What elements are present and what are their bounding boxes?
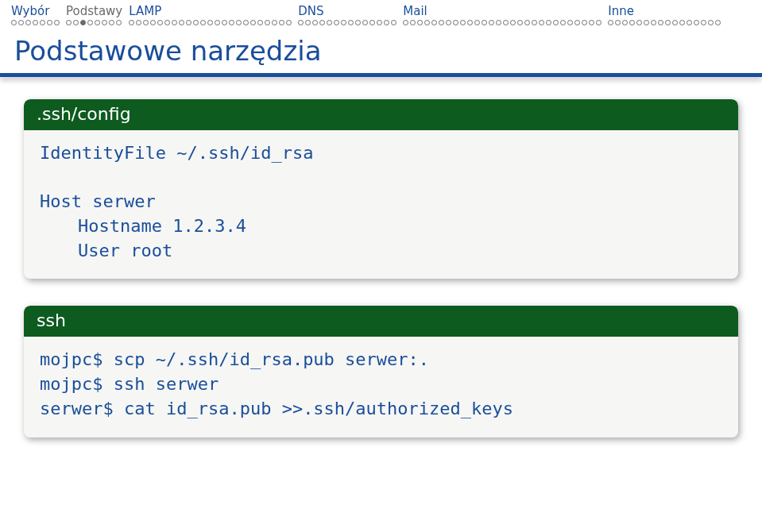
- progress-dot[interactable]: [651, 20, 656, 25]
- progress-dot[interactable]: [403, 20, 408, 25]
- progress-dot[interactable]: [622, 20, 628, 25]
- progress-dot[interactable]: [102, 20, 107, 25]
- progress-dot[interactable]: [33, 20, 38, 25]
- progress-dot[interactable]: [319, 20, 325, 25]
- progress-dot[interactable]: [574, 20, 580, 25]
- progress-dot[interactable]: [150, 20, 156, 25]
- progress-dot[interactable]: [417, 20, 423, 25]
- progress-dot[interactable]: [179, 20, 184, 25]
- nav-label[interactable]: DNS: [295, 3, 327, 18]
- progress-dot[interactable]: [355, 20, 361, 25]
- nav-section-wybór[interactable]: Wybór: [8, 3, 63, 29]
- progress-dot[interactable]: [377, 20, 382, 25]
- progress-dot[interactable]: [517, 20, 523, 25]
- progress-dot[interactable]: [446, 20, 451, 25]
- progress-dot[interactable]: [467, 20, 473, 25]
- progress-dot[interactable]: [496, 20, 501, 25]
- progress-dot[interactable]: [453, 20, 458, 25]
- progress-dot[interactable]: [222, 20, 227, 25]
- progress-dot[interactable]: [164, 20, 170, 25]
- progress-dot[interactable]: [474, 20, 480, 25]
- progress-dot[interactable]: [672, 20, 678, 25]
- progress-dot[interactable]: [116, 20, 122, 25]
- progress-dot[interactable]: [109, 20, 114, 25]
- progress-dot[interactable]: [334, 20, 339, 25]
- progress-dot[interactable]: [129, 20, 134, 25]
- nav-label[interactable]: LAMP: [126, 3, 164, 18]
- progress-dot[interactable]: [482, 20, 487, 25]
- progress-dot[interactable]: [582, 20, 587, 25]
- nav-label[interactable]: Podstawy: [63, 3, 126, 18]
- progress-dot[interactable]: [54, 20, 60, 25]
- progress-dot[interactable]: [503, 20, 509, 25]
- nav-label[interactable]: Wybór: [8, 3, 52, 18]
- nav-label[interactable]: Mail: [400, 3, 430, 18]
- nav-section-lamp[interactable]: LAMP: [126, 3, 295, 29]
- progress-dot[interactable]: [272, 20, 277, 25]
- progress-dot[interactable]: [18, 20, 24, 25]
- progress-dot[interactable]: [279, 20, 284, 25]
- progress-dot[interactable]: [243, 20, 249, 25]
- progress-dot[interactable]: [424, 20, 430, 25]
- progress-dot[interactable]: [460, 20, 466, 25]
- progress-dot[interactable]: [694, 20, 699, 25]
- progress-dot[interactable]: [567, 20, 573, 25]
- progress-dot[interactable]: [553, 20, 559, 25]
- progress-dot[interactable]: [80, 20, 86, 25]
- progress-dot[interactable]: [589, 20, 594, 25]
- progress-dot[interactable]: [136, 20, 141, 25]
- progress-dot[interactable]: [286, 20, 292, 25]
- progress-dot[interactable]: [265, 20, 270, 25]
- progress-dot[interactable]: [95, 20, 100, 25]
- progress-dot[interactable]: [341, 20, 346, 25]
- progress-dot[interactable]: [25, 20, 31, 25]
- progress-dot[interactable]: [701, 20, 706, 25]
- progress-dot[interactable]: [658, 20, 663, 25]
- progress-dot[interactable]: [298, 20, 304, 25]
- progress-dot[interactable]: [369, 20, 375, 25]
- progress-dot[interactable]: [708, 20, 714, 25]
- progress-dot[interactable]: [66, 20, 72, 25]
- nav-section-podstawy[interactable]: Podstawy: [63, 3, 126, 29]
- progress-dot[interactable]: [524, 20, 530, 25]
- progress-dot[interactable]: [560, 20, 566, 25]
- progress-dot[interactable]: [532, 20, 537, 25]
- progress-dot[interactable]: [489, 20, 494, 25]
- progress-dot[interactable]: [157, 20, 163, 25]
- progress-dot[interactable]: [143, 20, 149, 25]
- progress-dot[interactable]: [546, 20, 551, 25]
- progress-dot[interactable]: [362, 20, 368, 25]
- progress-dot[interactable]: [510, 20, 516, 25]
- progress-dot[interactable]: [312, 20, 318, 25]
- nav-section-dns[interactable]: DNS: [295, 3, 400, 29]
- progress-dot[interactable]: [236, 20, 242, 25]
- nav-label[interactable]: Inne: [605, 3, 637, 18]
- progress-dot[interactable]: [384, 20, 389, 25]
- progress-dot[interactable]: [11, 20, 17, 25]
- progress-dot[interactable]: [305, 20, 311, 25]
- progress-dot[interactable]: [229, 20, 234, 25]
- progress-dot[interactable]: [431, 20, 437, 25]
- progress-dot[interactable]: [172, 20, 177, 25]
- progress-dot[interactable]: [665, 20, 671, 25]
- nav-section-mail[interactable]: Mail: [400, 3, 605, 29]
- progress-dot[interactable]: [439, 20, 444, 25]
- progress-dot[interactable]: [644, 20, 649, 25]
- progress-dot[interactable]: [679, 20, 685, 25]
- progress-dot[interactable]: [40, 20, 45, 25]
- progress-dot[interactable]: [257, 20, 263, 25]
- nav-section-inne[interactable]: Inne: [605, 3, 724, 29]
- progress-dot[interactable]: [615, 20, 621, 25]
- progress-dot[interactable]: [636, 20, 642, 25]
- progress-dot[interactable]: [410, 20, 416, 25]
- progress-dot[interactable]: [629, 20, 635, 25]
- progress-dot[interactable]: [73, 20, 79, 25]
- progress-dot[interactable]: [539, 20, 544, 25]
- progress-dot[interactable]: [186, 20, 191, 25]
- progress-dot[interactable]: [87, 20, 93, 25]
- progress-dot[interactable]: [200, 20, 206, 25]
- progress-dot[interactable]: [327, 20, 332, 25]
- progress-dot[interactable]: [193, 20, 199, 25]
- progress-dot[interactable]: [391, 20, 396, 25]
- progress-dot[interactable]: [687, 20, 692, 25]
